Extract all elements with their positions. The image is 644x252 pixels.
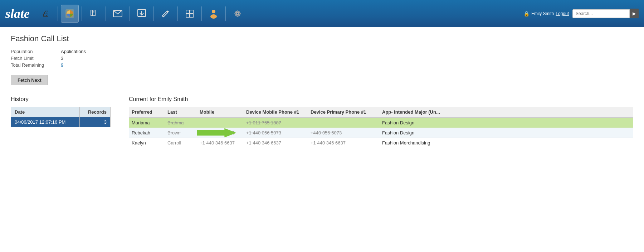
current-cell-device-mobile: +1 440 056 5073 xyxy=(243,128,308,138)
total-remaining-row: Total Remaining 9 xyxy=(11,62,633,68)
current-cell-intended-major: Fashion Merchandising xyxy=(379,138,633,148)
nav-bar: 🖨 xyxy=(37,5,523,23)
history-table: Date Records 04/06/2017 12:07:16 PM 3 xyxy=(11,107,111,127)
nav-divider-8 xyxy=(225,6,226,21)
population-label: Population xyxy=(11,49,61,54)
current-cell-last: Brahma xyxy=(165,118,197,128)
svg-point-17 xyxy=(210,14,217,19)
current-cell-mobile: +1 440 056 5073 xyxy=(197,128,243,138)
main-content: Fashion Call List Population Application… xyxy=(0,27,644,155)
header-right: 🔒 Emily Smith Logout ▶ xyxy=(523,9,639,18)
current-cell-mobile: +1 440 346 6637 xyxy=(197,138,243,148)
current-col-mobile: Mobile xyxy=(197,107,243,118)
history-body: 04/06/2017 12:07:16 PM 3 xyxy=(11,117,111,127)
current-row[interactable]: Kaelyn Carroll +1 440 346 6637 +1 440 34… xyxy=(129,138,633,148)
history-col-records: Records xyxy=(80,107,111,117)
history-cell-records: 3 xyxy=(80,117,111,127)
population-row: Population Applications xyxy=(11,49,633,54)
nav-divider-7 xyxy=(201,6,202,21)
current-cell-intended-major: Fashion Design xyxy=(379,118,633,128)
current-cell-last: Carroll xyxy=(165,138,197,148)
nav-divider-1 xyxy=(58,6,58,21)
current-col-device-mobile: Device Mobile Phone #1 xyxy=(243,107,308,118)
svg-rect-14 xyxy=(186,14,189,17)
nav-divider-2 xyxy=(82,6,82,21)
current-row[interactable]: Rebekah Brown +1 440 056 5073 +1 440 056… xyxy=(129,128,633,138)
nav-divider-5 xyxy=(153,6,154,21)
current-cell-preferred: Kaelyn xyxy=(129,138,165,148)
svg-point-18 xyxy=(212,10,215,13)
info-table: Population Applications Fetch Limit 3 To… xyxy=(11,49,633,68)
lock-icon: 🔒 xyxy=(523,11,530,16)
current-row[interactable]: Mariama Brahma +1 011 755 1887 Fashion D… xyxy=(129,118,633,128)
fetch-limit-value: 3 xyxy=(61,56,63,61)
history-header-row: Date Records xyxy=(11,107,111,117)
nav-page-icon[interactable] xyxy=(85,5,103,23)
nav-download-icon[interactable] xyxy=(133,5,151,23)
nav-pen-icon[interactable] xyxy=(157,5,175,23)
nav-gear-icon[interactable] xyxy=(229,5,247,23)
population-value: Applications xyxy=(61,49,86,54)
fetch-limit-row: Fetch Limit 3 xyxy=(11,56,633,61)
svg-point-19 xyxy=(236,13,239,15)
current-cell-mobile xyxy=(197,118,243,128)
current-cell-device-primary: +440 056 5073 xyxy=(308,128,379,138)
total-remaining-label: Total Remaining xyxy=(11,62,61,68)
nav-grid-icon[interactable] xyxy=(181,5,199,23)
logout-link[interactable]: Logout xyxy=(556,11,569,16)
nav-divider-3 xyxy=(106,6,106,21)
current-col-last: Last xyxy=(165,107,197,118)
history-cell-date: 04/06/2017 12:07:16 PM xyxy=(11,117,80,127)
user-info: 🔒 Emily Smith Logout xyxy=(523,11,569,16)
nav-chart-icon[interactable] xyxy=(61,5,79,23)
history-panel: History Date Records 04/06/2017 12:07:16… xyxy=(11,96,118,148)
search-button[interactable]: ▶ xyxy=(630,9,639,18)
current-col-device-primary: Device Primary Phone #1 xyxy=(308,107,379,118)
username: Emily Smith xyxy=(531,11,554,16)
svg-rect-13 xyxy=(190,10,193,13)
history-title: History xyxy=(11,96,111,103)
history-row[interactable]: 04/06/2017 12:07:16 PM 3 xyxy=(11,117,111,127)
current-table: Preferred Last Mobile Device Mobile Phon… xyxy=(129,107,633,148)
fetch-limit-label: Fetch Limit xyxy=(11,56,61,61)
nav-person-icon[interactable] xyxy=(205,5,223,23)
svg-rect-12 xyxy=(186,10,189,13)
total-remaining-value[interactable]: 9 xyxy=(61,62,63,68)
nav-mail-icon[interactable] xyxy=(109,5,127,23)
current-cell-preferred: Rebekah xyxy=(129,128,165,138)
bottom-section: History Date Records 04/06/2017 12:07:16… xyxy=(11,96,633,148)
current-col-intended-major: App- Intended Major (Un... xyxy=(379,107,633,118)
nav-print-icon[interactable]: 🖨 xyxy=(37,5,55,23)
header: slate 🖨 xyxy=(0,0,644,27)
current-title: Current for Emily Smith xyxy=(129,96,633,103)
history-col-date: Date xyxy=(11,107,80,117)
page-title: Fashion Call List xyxy=(11,34,633,43)
nav-divider-6 xyxy=(177,6,178,21)
current-cell-preferred: Mariama xyxy=(129,118,165,128)
current-cell-device-primary xyxy=(308,118,379,128)
fetch-next-button[interactable]: Fetch Next xyxy=(11,75,48,85)
current-cell-device-primary: +1 440 346 6637 xyxy=(308,138,379,148)
search-input[interactable] xyxy=(572,9,630,18)
svg-rect-15 xyxy=(190,14,193,17)
logo[interactable]: slate xyxy=(5,6,30,21)
current-cell-last: Brown xyxy=(165,128,197,138)
current-cell-device-mobile: +1 011 755 1887 xyxy=(243,118,308,128)
current-panel: Current for Emily Smith Preferred Last M… xyxy=(118,96,633,148)
nav-divider-4 xyxy=(130,6,130,21)
search-box: ▶ xyxy=(572,9,639,18)
current-col-preferred: Preferred xyxy=(129,107,165,118)
current-cell-intended-major: Fashion Design xyxy=(379,128,633,138)
current-body: Mariama Brahma +1 011 755 1887 Fashion D… xyxy=(129,118,633,148)
current-cell-device-mobile: +1 440 346 6637 xyxy=(243,138,308,148)
current-header-row: Preferred Last Mobile Device Mobile Phon… xyxy=(129,107,633,118)
